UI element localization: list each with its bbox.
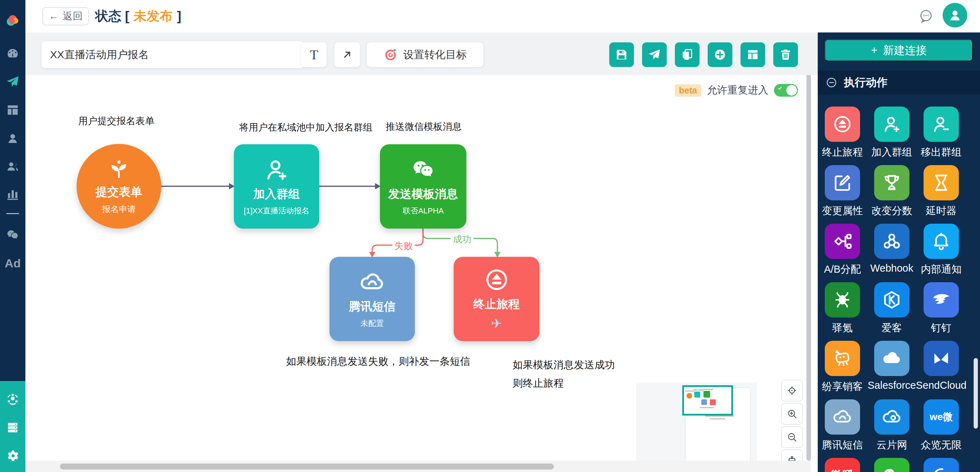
conversion-goal-button[interactable]: 设置转化目标	[367, 42, 483, 67]
section-execute-actions[interactable]: 执行动作	[818, 71, 980, 95]
action-item-钉钉[interactable]: 钉钉	[916, 282, 966, 335]
action-label: A/B分配	[824, 262, 861, 277]
text-tool-button[interactable]: T	[301, 42, 327, 67]
node-send-template-message[interactable]: 发送模板消息 联否ALPHA	[380, 144, 466, 229]
settings-gear-icon[interactable]	[6, 449, 20, 463]
action-item-内部通知[interactable]: 内部通知	[916, 224, 966, 277]
data-server-icon[interactable]	[6, 421, 20, 435]
node-label-group: 将用户在私域池中加入报名群组	[239, 121, 372, 134]
repeat-entry-toggle[interactable]	[774, 84, 798, 97]
action-item-A/B分配[interactable]: A/B分配	[818, 224, 867, 277]
mini-node-form	[686, 393, 692, 399]
action-item-wechat[interactable]	[867, 458, 916, 472]
horizontal-scrollbar-thumb[interactable]	[60, 464, 554, 470]
new-connection-button[interactable]: + 新建连接	[825, 40, 973, 61]
analytics-bar-chart-icon[interactable]	[6, 188, 20, 202]
sidebar-scrollbar-thumb[interactable]	[974, 358, 978, 429]
back-arrow-icon: ←	[49, 11, 59, 22]
node-tencent-sms[interactable]: 腾讯短信 未配置	[329, 257, 415, 341]
mini-text	[685, 391, 694, 392]
person-plus-icon	[264, 157, 290, 183]
check-icon	[777, 85, 786, 95]
bell-icon	[924, 224, 959, 259]
mini-node-group	[694, 392, 700, 397]
vhall-logo-icon: 微吼	[825, 458, 860, 472]
wechat-channel-icon[interactable]	[6, 228, 20, 242]
node-join-group[interactable]: 加入群组 [1]XX直播活动报名	[234, 144, 319, 229]
save-button[interactable]	[609, 42, 634, 67]
node-title: 腾讯短信	[349, 299, 395, 315]
delete-button[interactable]	[773, 42, 798, 67]
add-node-button[interactable]	[708, 42, 732, 67]
rail-bottom-section	[0, 381, 25, 472]
action-item-Salesforce[interactable]: Salesforce	[867, 341, 916, 394]
action-item-SendCloud[interactable]: SendCloud	[916, 341, 966, 394]
action-label: 众览无限	[921, 438, 962, 452]
node-title: 终止旅程	[473, 296, 520, 312]
duplicate-button[interactable]	[675, 42, 700, 67]
node-label-form: 用户提交报名表单	[78, 114, 154, 127]
dashboard-gauge-icon[interactable]	[6, 46, 20, 61]
contact-user-icon[interactable]	[6, 131, 20, 145]
action-item-云片网[interactable]: 云片网	[867, 399, 916, 452]
boards-layout-icon[interactable]	[6, 103, 20, 117]
feedback-chat-icon[interactable]	[918, 8, 934, 24]
action-item-终止旅程[interactable]: 终止旅程	[818, 106, 867, 159]
zoom-in-button[interactable]	[781, 403, 803, 425]
back-label: 返回	[63, 10, 83, 23]
node-submit-form[interactable]: 提交表单 报名申请	[76, 144, 161, 229]
action-item-改变分数[interactable]: 改变分数	[867, 165, 916, 218]
action-label: 延时器	[926, 204, 957, 218]
beta-badge: beta	[675, 84, 701, 97]
locate-crosshair-button[interactable]	[781, 380, 803, 401]
node-title: 提交表单	[95, 184, 142, 200]
back-button[interactable]: ← 返回	[42, 7, 89, 25]
canvas-zoom-controls	[781, 380, 803, 472]
collapse-minus-icon[interactable]	[826, 76, 837, 89]
title-suffix: ]	[177, 9, 181, 24]
audience-users-icon[interactable]	[6, 159, 20, 173]
action-item-vhall-logo[interactable]: 微吼	[818, 458, 867, 472]
action-item-wecom[interactable]	[916, 458, 966, 472]
action-label: 内部通知	[921, 262, 962, 277]
journey-editor-app: Ad ← 返回 状态 [ 未发布 ] T 设置转化目标	[0, 0, 980, 472]
action-item-变更属性[interactable]: 变更属性	[818, 165, 867, 218]
minimap[interactable]	[636, 382, 757, 466]
journey-name-input[interactable]	[41, 41, 304, 68]
bug-icon	[825, 282, 860, 318]
layout-button[interactable]	[740, 42, 765, 67]
actions-sidebar: + 新建连接 执行动作 终止旅程加入群组移出群组变更属性改变分数延时器A/B分配…	[818, 32, 980, 472]
action-item-Webhook[interactable]: Webhook	[867, 224, 916, 277]
ad-channel-icon[interactable]: Ad	[5, 257, 21, 269]
wecom-icon	[924, 458, 959, 472]
section-title: 执行动作	[844, 75, 888, 90]
action-item-加入群组[interactable]: 加入群组	[867, 106, 916, 159]
action-item-驿氪[interactable]: 驿氪	[818, 282, 867, 335]
publish-button[interactable]	[642, 42, 667, 67]
pointer-arrow-tool-button[interactable]	[334, 42, 360, 67]
integrations-network-icon[interactable]	[6, 392, 20, 406]
action-label: 变更属性	[822, 204, 863, 218]
mini-text	[720, 416, 734, 416]
mini-node-wechat	[703, 391, 710, 397]
canvas-toolbar: T 设置转化目标	[25, 32, 818, 75]
action-item-纷享销客[interactable]: 纷享销客	[818, 341, 867, 394]
action-item-爱客[interactable]: 爱客	[867, 282, 916, 335]
app-logo[interactable]	[6, 13, 20, 27]
journey-paper-plane-icon[interactable]	[6, 75, 20, 89]
action-item-众览无限[interactable]: we微众览无限	[916, 399, 966, 452]
vertical-scrollbar-thumb[interactable]	[807, 34, 811, 461]
robot-icon	[825, 341, 860, 376]
action-item-延时器[interactable]: 延时器	[916, 165, 966, 218]
action-item-移出群组[interactable]: 移出群组	[916, 106, 966, 159]
action-item-腾讯短信[interactable]: 腾讯短信	[818, 399, 867, 452]
zoom-out-button[interactable]	[781, 426, 803, 448]
abSplit-icon	[825, 224, 860, 259]
user-avatar[interactable]	[943, 3, 967, 27]
node-exit-journey[interactable]: 终止旅程 ✈	[453, 257, 539, 341]
cloudFill-icon	[874, 341, 910, 376]
caption-sms: 如果模板消息发送失败，则补发一条短信	[286, 352, 470, 370]
node-subtitle: 未配置	[361, 318, 384, 329]
we-logo-icon: we微	[924, 399, 959, 435]
caption-exit-line2: 则终止旅程	[512, 374, 615, 392]
